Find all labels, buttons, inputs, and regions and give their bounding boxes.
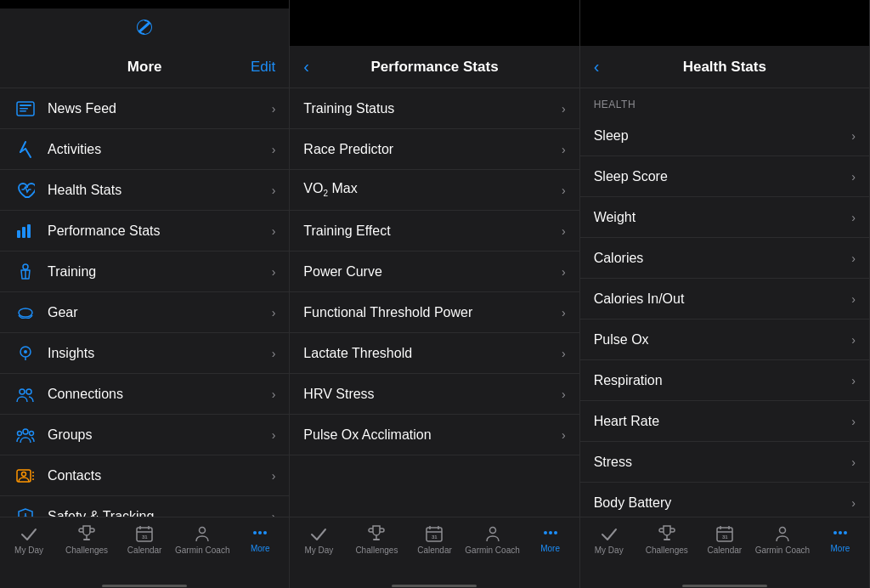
safety-chevron: › [272, 510, 276, 517]
sleep-score-label: Sleep Score [594, 169, 852, 184]
groups-chevron: › [272, 428, 276, 442]
list-item-sleep-score[interactable]: Sleep Score › [580, 156, 869, 197]
back-button-health[interactable]: ‹ [594, 57, 600, 76]
calendar-icon-2: 31 [425, 524, 443, 543]
list-item-training[interactable]: Training › [0, 252, 289, 292]
tab-challenges-2[interactable]: Challenges [347, 524, 405, 555]
safety-icon [14, 505, 37, 517]
check-icon-1 [20, 524, 38, 543]
groups-icon [14, 423, 37, 447]
list-item-body-battery[interactable]: Body Battery › [580, 483, 869, 517]
contacts-label: Contacts [48, 468, 272, 483]
tab-bar-3: My Day Challenges 31 Calendar Garmin Coa… [580, 517, 869, 583]
list-item-contacts[interactable]: Contacts › [0, 455, 289, 496]
health-list: HEALTH Sleep › Sleep Score › Weight › Ca… [580, 88, 869, 517]
tab-more-3[interactable]: More [811, 524, 869, 553]
trophy-icon-3 [658, 524, 676, 543]
connections-chevron: › [272, 387, 276, 401]
tab-my-day-2[interactable]: My Day [290, 524, 347, 555]
panel-header-performance: ‹ Performance Stats [290, 46, 579, 88]
calendar-icon-1: 31 [135, 524, 154, 543]
list-item-weight[interactable]: Weight › [580, 197, 869, 238]
svg-point-19 [18, 431, 22, 435]
groups-label: Groups [48, 427, 272, 443]
home-indicator-2 [290, 583, 579, 588]
list-item-training-effect[interactable]: Training Effect › [290, 211, 579, 252]
coach-icon-1 [193, 524, 212, 543]
tab-my-day-1[interactable]: My Day [0, 524, 58, 555]
back-button-performance[interactable]: ‹ [303, 57, 309, 76]
tab-my-day-label-1: My Day [14, 546, 43, 555]
list-item-ftp[interactable]: Functional Threshold Power › [290, 292, 579, 333]
lactate-label: Lactate Threshold [303, 346, 562, 361]
svg-point-20 [30, 431, 34, 435]
tab-coach-label-1: Garmin Coach [175, 546, 229, 555]
panel-header-more: More Edit [0, 46, 289, 88]
tab-coach-1[interactable]: Garmin Coach [173, 524, 231, 555]
tab-label-more-3: More [831, 544, 850, 553]
list-item-news-feed[interactable]: News Feed › [0, 88, 289, 129]
svg-line-6 [25, 149, 31, 157]
health-icon [14, 178, 37, 202]
training-status-label: Training Status [303, 101, 562, 116]
list-item-pulse-ox[interactable]: Pulse Ox › [580, 319, 869, 360]
tab-label-coach-3: Garmin Coach [755, 546, 810, 555]
list-item-insights[interactable]: Insights › [0, 333, 289, 374]
list-item-vo2max[interactable]: VO2 Max › [290, 170, 579, 211]
list-item-connections[interactable]: Connections › [0, 374, 289, 415]
tab-label-myday-3: My Day [595, 546, 624, 555]
list-item-activities[interactable]: Activities › [0, 129, 289, 170]
list-item-training-status[interactable]: Training Status › [290, 88, 579, 129]
svg-point-22 [22, 472, 26, 476]
panel-title-more: More [127, 59, 162, 76]
tab-label-coach-2: Garmin Coach [465, 546, 519, 555]
pulse-ox-accl-label: Pulse Ox Acclimation [303, 427, 562, 443]
list-item-performance-stats[interactable]: Performance Stats › [0, 211, 289, 252]
svg-rect-34 [83, 539, 90, 540]
list-item-stress[interactable]: Stress › [580, 442, 869, 483]
svg-rect-2 [20, 108, 28, 110]
stress-label: Stress [594, 455, 852, 470]
tab-more-label-1: More [251, 544, 270, 553]
tab-challenges-1[interactable]: Challenges [58, 524, 116, 555]
tab-coach-2[interactable]: Garmin Coach [464, 524, 522, 555]
tab-bar-1: My Day Challenges 31 Calendar Garmin Coa… [0, 517, 289, 583]
gear-label: Gear [48, 305, 272, 320]
tab-more-2[interactable]: More [522, 524, 579, 553]
list-item-calories-in-out[interactable]: Calories In/Out › [580, 279, 869, 319]
tab-challenges-label-1: Challenges [65, 546, 108, 555]
tab-more-1[interactable]: More [231, 524, 289, 553]
tab-coach-3[interactable]: Garmin Coach [754, 524, 811, 555]
list-item-health-stats[interactable]: Health Stats › [0, 170, 289, 211]
tab-label-challenges-3: Challenges [646, 546, 688, 555]
training-effect-label: Training Effect [303, 223, 562, 239]
spacer-2 [290, 8, 579, 46]
list-item-hrv[interactable]: HRV Stress › [290, 374, 579, 415]
connections-icon [14, 382, 37, 406]
list-item-race-predictor[interactable]: Race Predictor › [290, 129, 579, 170]
spacer-3 [580, 8, 869, 46]
svg-point-40 [200, 528, 206, 534]
tab-label-challenges-2: Challenges [355, 546, 398, 555]
tab-my-day-3[interactable]: My Day [580, 524, 638, 555]
list-item-gear[interactable]: Gear › [0, 292, 289, 333]
tab-challenges-3[interactable]: Challenges [638, 524, 696, 555]
list-item-respiration[interactable]: Respiration › [580, 360, 869, 401]
list-item-lactate[interactable]: Lactate Threshold › [290, 333, 579, 374]
tab-calendar-3[interactable]: 31 Calendar [696, 524, 754, 555]
panel-title-performance: Performance Stats [370, 59, 498, 76]
tab-calendar-1[interactable]: 31 Calendar [116, 524, 173, 555]
list-item-pulse-ox-accl[interactable]: Pulse Ox Acclimation › [290, 415, 579, 455]
list-item-power-curve[interactable]: Power Curve › [290, 252, 579, 292]
list-item-sleep[interactable]: Sleep › [580, 116, 869, 156]
list-item-groups[interactable]: Groups › [0, 415, 289, 455]
calories-in-out-label: Calories In/Out [594, 291, 852, 307]
hrv-label: HRV Stress [303, 387, 562, 402]
edit-button[interactable]: Edit [251, 59, 275, 76]
list-item-calories[interactable]: Calories › [580, 238, 869, 279]
list-item-safety[interactable]: Safety & Tracking › [0, 496, 289, 517]
list-item-heart-rate[interactable]: Heart Rate › [580, 401, 869, 442]
tab-calendar-2[interactable]: 31 Calendar [405, 524, 463, 555]
tab-label-calendar-3: Calendar [708, 546, 743, 555]
svg-point-18 [23, 429, 28, 434]
